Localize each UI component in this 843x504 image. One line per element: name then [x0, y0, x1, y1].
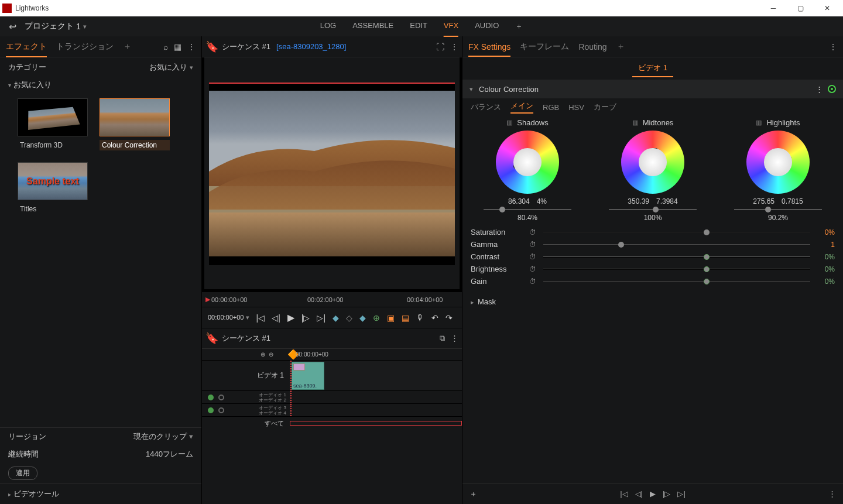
- tab-log[interactable]: LOG: [320, 16, 336, 36]
- cc-tab-hsv[interactable]: HSV: [568, 103, 584, 112]
- overwrite-button[interactable]: ▣: [387, 313, 395, 323]
- track-select-radio[interactable]: [208, 395, 214, 400]
- search-icon[interactable]: ⌕: [163, 42, 168, 52]
- all-tracks-scrollbar[interactable]: [290, 421, 462, 426]
- keyframe-icon[interactable]: ⏱: [529, 253, 536, 261]
- all-tracks-label[interactable]: すべて: [202, 419, 290, 428]
- cc-tab-balance[interactable]: バランス: [471, 102, 501, 112]
- histogram-icon[interactable]: ▥: [632, 119, 638, 126]
- fx-play-button[interactable]: ▶: [650, 489, 656, 498]
- midtones-luma-slider[interactable]: [609, 209, 697, 210]
- playhead-icon[interactable]: ▶: [205, 296, 210, 303]
- keyframe-icon[interactable]: ⏱: [529, 228, 536, 236]
- fullscreen-icon[interactable]: ⛶: [436, 42, 444, 52]
- fx-goto-start-button[interactable]: |◁: [620, 489, 628, 498]
- insert-button[interactable]: ⊕: [373, 313, 380, 323]
- track-select-radio[interactable]: [208, 407, 214, 413]
- collapse-icon[interactable]: ▾: [470, 85, 473, 93]
- timeline-more-icon[interactable]: ⋮: [451, 334, 458, 343]
- gamma-slider[interactable]: [543, 244, 810, 245]
- back-button[interactable]: ↩: [5, 19, 20, 34]
- shadows-luma-slider[interactable]: [484, 209, 571, 210]
- effect-thumb-transform3d[interactable]: Transform 3D: [18, 98, 88, 150]
- mark-out-button[interactable]: ◆: [359, 313, 366, 323]
- fx-step-fwd-button[interactable]: |▷: [663, 489, 670, 498]
- play-button[interactable]: ▶: [287, 312, 294, 323]
- highlights-luma-slider[interactable]: [734, 209, 822, 210]
- timeline-ruler[interactable]: ⊕ ⊖ 🔶 00:00:00+00: [202, 349, 462, 361]
- tab-add[interactable]: ＋: [515, 16, 523, 36]
- fx-menu-icon[interactable]: ⋮: [815, 85, 823, 94]
- undo-button[interactable]: ↶: [431, 313, 438, 323]
- clip-reference[interactable]: [sea-8309203_1280]: [276, 42, 346, 51]
- video-track-lane[interactable]: sea-8309.: [290, 361, 462, 390]
- left-tab-add[interactable]: ＋: [123, 36, 132, 57]
- fx-step-back-button[interactable]: ◁|: [635, 489, 643, 498]
- timecode-display[interactable]: 00:00:00+00 ▾: [208, 314, 249, 321]
- right-tab-keyframes[interactable]: キーフレーム: [520, 37, 569, 57]
- fx-goto-end-button[interactable]: ▷|: [677, 489, 685, 498]
- left-tab-transitions[interactable]: トランジション: [56, 37, 114, 57]
- saturation-slider[interactable]: [543, 232, 810, 233]
- brightness-slider[interactable]: [543, 269, 810, 270]
- window-maximize-button[interactable]: ▢: [787, 0, 814, 16]
- fx-enable-toggle[interactable]: [828, 85, 836, 93]
- preview-more-icon[interactable]: ⋮: [450, 42, 458, 52]
- goto-end-button[interactable]: ▷|: [317, 313, 325, 323]
- right-tab-routing[interactable]: Routing: [578, 37, 606, 56]
- goto-start-button[interactable]: |◁: [256, 313, 265, 323]
- tab-audio[interactable]: AUDIO: [475, 16, 499, 36]
- keyframe-icon[interactable]: ⏱: [529, 277, 536, 286]
- apply-button[interactable]: 適用: [8, 467, 37, 480]
- preview-timeline-ruler[interactable]: ▶ 00:00:00+00 00:02:00+00 00:04:00+00: [202, 292, 462, 307]
- keyframe-icon[interactable]: ⏱: [529, 265, 536, 273]
- step-fwd-button[interactable]: |▷: [301, 313, 310, 323]
- mark-in-button[interactable]: ◆: [333, 313, 339, 323]
- favorites-group-header[interactable]: お気に入り: [0, 77, 201, 92]
- window-close-button[interactable]: ✕: [814, 0, 841, 16]
- tab-vfx[interactable]: VFX: [444, 16, 458, 36]
- project-selector[interactable]: プロジェクト 1▾: [25, 21, 87, 32]
- voice-over-button[interactable]: 🎙: [416, 313, 424, 323]
- region-value[interactable]: 現在のクリップ ▾: [133, 431, 193, 442]
- more-icon[interactable]: ⋮: [829, 42, 837, 52]
- contrast-slider[interactable]: [543, 256, 810, 258]
- step-back-button[interactable]: ◁|: [272, 313, 280, 323]
- more-icon[interactable]: ⋮: [187, 42, 196, 52]
- track-solo-radio[interactable]: [218, 407, 224, 413]
- histogram-icon[interactable]: ▥: [506, 119, 512, 126]
- gain-slider[interactable]: [543, 281, 810, 282]
- keyframe-icon[interactable]: ⏱: [529, 241, 536, 249]
- grid-view-icon[interactable]: ▦: [174, 42, 181, 52]
- right-tab-fx-settings[interactable]: FX Settings: [468, 37, 510, 56]
- redo-button[interactable]: ↷: [446, 313, 453, 323]
- left-tab-effects[interactable]: エフェクト: [6, 37, 47, 57]
- histogram-icon[interactable]: ▥: [756, 119, 762, 126]
- midtones-colour-wheel[interactable]: [621, 131, 684, 194]
- tab-assemble[interactable]: ASSEMBLE: [352, 16, 393, 36]
- add-fx-button[interactable]: ＋: [470, 489, 477, 499]
- fx-more-icon[interactable]: ⋮: [828, 489, 836, 498]
- highlights-colour-wheel[interactable]: [746, 131, 810, 194]
- right-tab-add[interactable]: ＋: [616, 36, 625, 57]
- window-minimize-button[interactable]: ─: [760, 0, 787, 16]
- video-stream-label[interactable]: ビデオ 1: [632, 60, 673, 77]
- effect-thumb-titles[interactable]: Sample text Titles: [18, 162, 88, 214]
- fx-header[interactable]: ▾ Colour Correction ⋮: [462, 80, 843, 98]
- video-tools-toggle[interactable]: ▸ビデオツール: [0, 484, 201, 504]
- shadows-colour-wheel[interactable]: [496, 131, 559, 194]
- cc-tab-rgb[interactable]: RGB: [543, 103, 559, 112]
- timeline-clip[interactable]: sea-8309.: [292, 362, 324, 390]
- favorites-dropdown[interactable]: お気に入り▾: [149, 62, 193, 73]
- effect-thumb-colour-correction[interactable]: Colour Correction: [100, 98, 170, 150]
- link-icon[interactable]: ⧉: [440, 334, 445, 343]
- delete-button[interactable]: ▤: [402, 313, 409, 323]
- mask-section-toggle[interactable]: ▸Mask: [462, 289, 843, 314]
- tab-edit[interactable]: EDIT: [410, 16, 427, 36]
- zoom-in-icon[interactable]: ⊕: [261, 351, 265, 358]
- preview-viewport[interactable]: [202, 57, 462, 292]
- cc-tab-curves[interactable]: カーブ: [594, 102, 616, 112]
- cc-tab-main[interactable]: メイン: [510, 101, 533, 114]
- zoom-out-icon[interactable]: ⊖: [269, 351, 273, 358]
- video-track-label[interactable]: ビデオ 1: [202, 361, 290, 390]
